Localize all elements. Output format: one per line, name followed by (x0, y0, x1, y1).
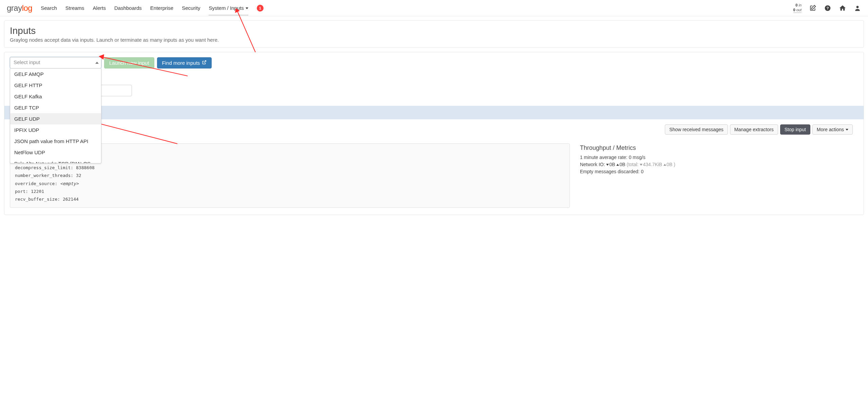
throughput-metrics: Throughput / Metrics 1 minute average ra… (580, 143, 858, 175)
dropdown-option[interactable]: IPFIX UDP (10, 124, 101, 136)
dropdown-scroll[interactable]: GELF AMQP GELF HTTP GELF Kafka GELF TCP … (10, 68, 101, 163)
nav-enterprise[interactable]: Enterprise (150, 1, 173, 15)
dropdown-option[interactable]: GELF AMQP (10, 68, 101, 80)
external-link-icon (202, 60, 207, 66)
manage-extractors-button[interactable]: Manage extractors (730, 124, 778, 135)
find-more-inputs-button[interactable]: Find more inputs (157, 57, 212, 68)
dropdown-option[interactable]: NetFlow UDP (10, 147, 101, 158)
input-actions: Show received messages Manage extractors… (665, 124, 853, 135)
page-header-panel: Inputs Graylog nodes accept data via inp… (4, 20, 864, 48)
select-input-box[interactable]: Select input (10, 57, 101, 68)
metrics-title: Throughput / Metrics (580, 143, 858, 153)
svg-point-2 (856, 6, 859, 8)
launch-new-input-button[interactable]: Launch new input (104, 57, 154, 68)
dropdown-option[interactable]: GELF Kafka (10, 91, 101, 102)
input-type-select[interactable]: Select input (10, 57, 101, 68)
page-subtitle: Graylog nodes accept data via inputs. La… (10, 37, 858, 43)
notification-badge[interactable]: 1 (257, 5, 264, 12)
nav-streams[interactable]: Streams (65, 1, 84, 15)
svg-text:?: ? (826, 6, 829, 10)
show-received-messages-button[interactable]: Show received messages (665, 124, 728, 135)
page-title: Inputs (10, 25, 858, 36)
avg-rate: 1 minute average rate: 0 msg/s (580, 154, 858, 161)
dropdown-option[interactable]: GELF UDP (10, 113, 101, 124)
network-io: Network IO: 0B 0B (total: 434.7KiB 0B ) (580, 161, 858, 168)
nav-dashboards[interactable]: Dashboards (114, 1, 142, 15)
edit-icon[interactable] (809, 4, 816, 12)
input-type-dropdown: GELF AMQP GELF HTTP GELF Kafka GELF TCP … (10, 68, 101, 163)
nav-alerts[interactable]: Alerts (93, 1, 106, 15)
user-icon[interactable] (854, 4, 861, 12)
inputs-panel: Select input Launch new input Find more … (4, 52, 864, 215)
more-actions-button[interactable]: More actions (812, 124, 853, 135)
nav-system-inputs[interactable]: System / Inputs (209, 1, 248, 15)
nav-search[interactable]: Search (41, 1, 57, 15)
logo: graylog (7, 3, 32, 13)
home-icon[interactable] (839, 4, 846, 12)
nav-security[interactable]: Security (182, 1, 200, 15)
node-filter (10, 85, 858, 96)
chevron-up-icon (95, 62, 99, 64)
dropdown-option[interactable]: JSON path value from HTTP API (10, 136, 101, 147)
dropdown-option[interactable]: GELF HTTP (10, 80, 101, 91)
stop-input-button[interactable]: Stop input (780, 124, 810, 135)
empty-messages: Empty messages discarded: 0 (580, 168, 858, 175)
throughput-indicator: 0 in 0 out (793, 3, 802, 13)
dropdown-option[interactable]: Palo Alto Networks TCP (PAN-OS v8.x) (10, 158, 101, 163)
help-icon[interactable]: ? (824, 4, 831, 12)
top-navbar: graylog Search Streams Alerts Dashboards… (0, 0, 868, 16)
local-inputs-band (4, 106, 864, 119)
dropdown-option[interactable]: GELF TCP (10, 102, 101, 113)
